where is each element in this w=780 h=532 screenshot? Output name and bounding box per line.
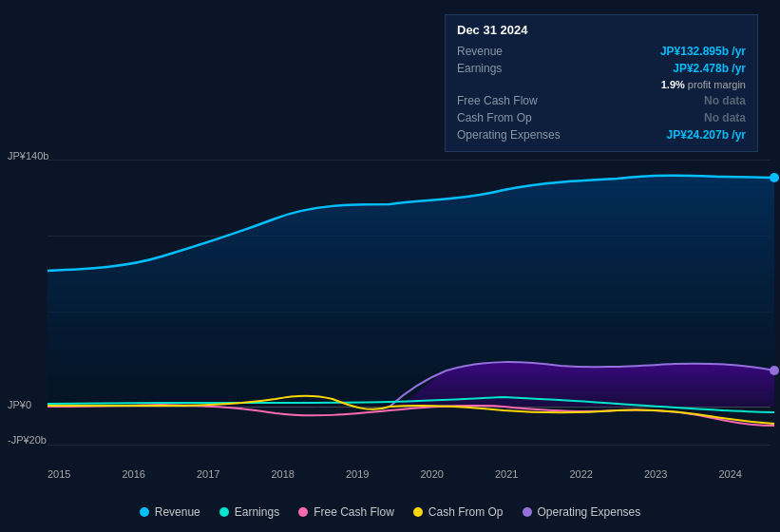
legend-label-fcf: Free Cash Flow	[314, 505, 394, 519]
x-label-2023: 2023	[644, 468, 667, 480]
y-label-140: JP¥140b	[8, 150, 48, 162]
legend-dot-earnings	[219, 507, 229, 517]
tooltip-value-earnings: JP¥2.478b /yr	[673, 62, 746, 75]
x-label-2022: 2022	[570, 468, 593, 480]
x-label-2020: 2020	[421, 468, 444, 480]
legend-dot-revenue	[140, 507, 149, 517]
tooltip-value-opex: JP¥24.207b /yr	[667, 128, 746, 142]
legend-label-opex: Operating Expenses	[538, 505, 641, 519]
legend-label-revenue: Revenue	[155, 505, 200, 519]
tooltip-label-cashfromop: Cash From Op	[457, 111, 580, 124]
x-label-2021: 2021	[495, 468, 518, 480]
legend-label-earnings: Earnings	[235, 505, 279, 519]
tooltip-value-fcf: No data	[704, 94, 746, 107]
legend-item-cashfromop[interactable]: Cash From Op	[413, 505, 504, 519]
tooltip-label-revenue: Revenue	[457, 45, 580, 58]
tooltip-row-earnings: Earnings JP¥2.478b /yr	[457, 60, 746, 77]
legend-item-revenue[interactable]: Revenue	[140, 505, 200, 519]
tooltip-row-cashfromop: Cash From Op No data	[457, 109, 746, 126]
x-label-2024: 2024	[719, 468, 742, 480]
x-label-2017: 2017	[197, 468, 219, 480]
legend-item-earnings[interactable]: Earnings	[219, 505, 279, 519]
tooltip-value-margin: 1.9% profit margin	[661, 79, 746, 90]
legend-dot-fcf	[298, 507, 308, 517]
x-axis: 2015 2016 2017 2018 2019 2020 2021 2022 …	[0, 468, 780, 480]
x-label-2019: 2019	[346, 468, 369, 480]
chart-container: JP¥140b JP¥0 -JP¥20b Dec 31 2024 Revenue…	[0, 0, 780, 532]
x-label-2018: 2018	[272, 468, 295, 480]
y-label-neg20: -JP¥20b	[8, 434, 47, 446]
tooltip-label-fcf: Free Cash Flow	[457, 94, 580, 107]
tooltip-value-revenue: JP¥132.895b /yr	[660, 45, 746, 58]
tooltip-row-fcf: Free Cash Flow No data	[457, 92, 746, 109]
svg-point-0	[770, 173, 779, 182]
legend-dot-opex	[523, 507, 532, 517]
tooltip-row-margin: 1.9% profit margin	[457, 77, 746, 92]
legend-item-opex[interactable]: Operating Expenses	[523, 505, 641, 519]
tooltip-label-earnings: Earnings	[457, 62, 580, 75]
svg-point-1	[770, 366, 779, 375]
legend-label-cashfromop: Cash From Op	[428, 505, 504, 519]
tooltip-value-cashfromop: No data	[704, 111, 746, 124]
tooltip-date: Dec 31 2024	[457, 23, 746, 37]
legend: Revenue Earnings Free Cash Flow Cash Fro…	[0, 505, 780, 519]
x-label-2016: 2016	[123, 468, 145, 480]
tooltip-row-opex: Operating Expenses JP¥24.207b /yr	[457, 126, 746, 143]
legend-dot-cashfromop	[413, 507, 423, 517]
tooltip-row-revenue: Revenue JP¥132.895b /yr	[457, 43, 746, 60]
legend-item-fcf[interactable]: Free Cash Flow	[298, 505, 394, 519]
y-label-zero: JP¥0	[8, 399, 31, 410]
x-label-2015: 2015	[48, 468, 70, 480]
tooltip-box: Dec 31 2024 Revenue JP¥132.895b /yr Earn…	[445, 14, 758, 152]
tooltip-label-opex: Operating Expenses	[457, 128, 580, 142]
